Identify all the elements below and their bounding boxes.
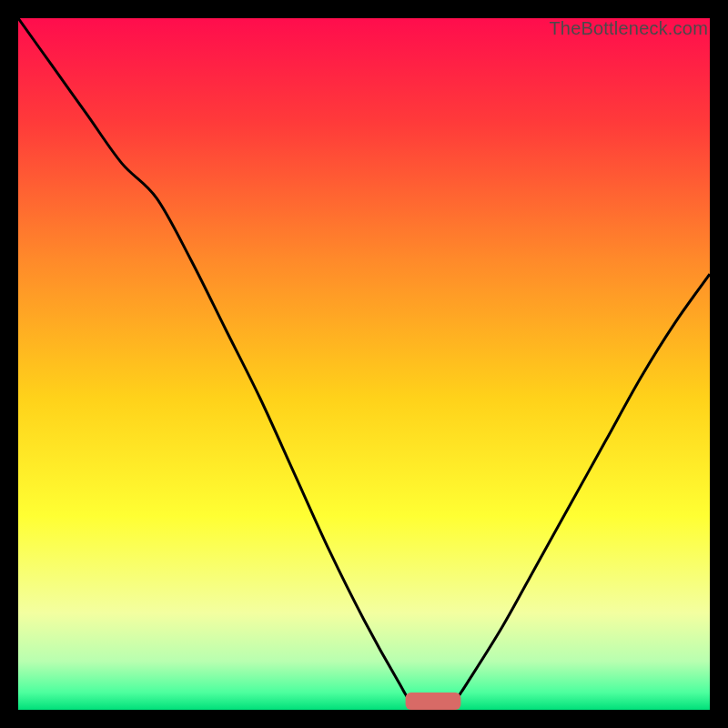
watermark-text: TheBottleneck.com bbox=[549, 18, 708, 39]
chart-frame: TheBottleneck.com bbox=[0, 0, 728, 728]
bottleneck-curve-plot bbox=[18, 18, 710, 710]
gradient-background bbox=[18, 18, 710, 710]
plot-area: TheBottleneck.com bbox=[18, 18, 710, 710]
optimal-marker bbox=[406, 693, 461, 710]
